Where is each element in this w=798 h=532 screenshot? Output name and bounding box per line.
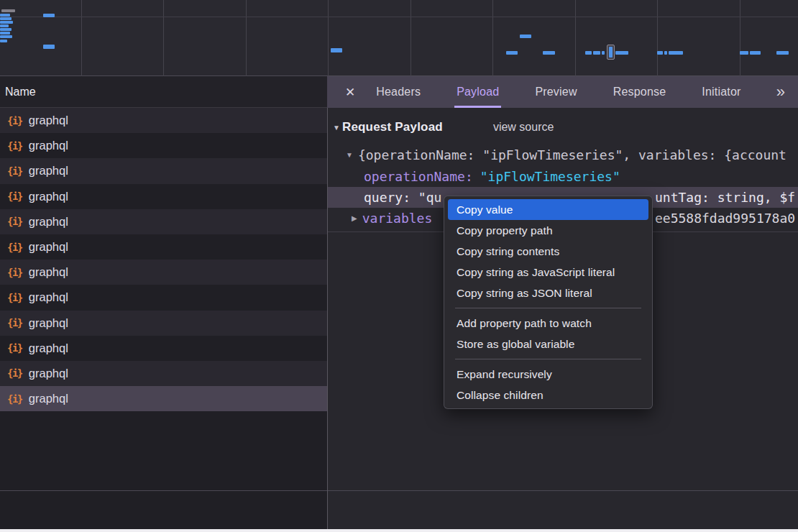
chevron-double-right-icon[interactable]: » bbox=[776, 84, 785, 100]
waterfall-bar bbox=[0, 24, 9, 27]
payload-operationname-row[interactable]: operationName: "ipFlowTimeseries" bbox=[328, 166, 798, 187]
context-menu-divider bbox=[455, 308, 641, 308]
payload-root-preview: {operationName: "ipFlowTimeseries", vari… bbox=[358, 147, 786, 162]
timeline-hline bbox=[0, 17, 798, 17]
request-name-label: graphql bbox=[29, 240, 68, 254]
triangle-down-icon[interactable]: ▼ bbox=[346, 151, 353, 159]
json-braces-icon: {i} bbox=[7, 342, 22, 354]
context-menu-item[interactable]: Add property path to watch bbox=[448, 313, 648, 334]
tab-response[interactable]: Response bbox=[611, 76, 669, 108]
waterfall-bar bbox=[520, 35, 531, 38]
timeline-gridline bbox=[246, 0, 247, 76]
property-key: variables bbox=[362, 211, 433, 226]
network-request-row[interactable]: {i}graphql bbox=[0, 234, 327, 260]
waterfall-bar bbox=[0, 17, 12, 20]
detail-tabs: HeadersPayloadPreviewResponseInitiator bbox=[374, 76, 774, 108]
network-request-row[interactable]: {i}graphql bbox=[0, 184, 327, 209]
context-menu-item[interactable]: Expand recursively bbox=[448, 364, 648, 385]
network-request-row[interactable]: {i}graphql bbox=[0, 285, 327, 310]
request-name-label: graphql bbox=[29, 392, 68, 405]
network-table-name-header[interactable]: Name bbox=[0, 76, 327, 108]
request-payload-title: Request Payload bbox=[342, 120, 443, 134]
tab-initiator[interactable]: Initiator bbox=[700, 76, 743, 108]
timeline-gridline bbox=[657, 0, 658, 76]
waterfall-bar bbox=[657, 51, 663, 55]
request-name-label: graphql bbox=[29, 367, 68, 380]
waterfall-bar bbox=[776, 51, 789, 55]
waterfall-bar bbox=[585, 51, 592, 55]
context-menu-item[interactable]: Copy property path bbox=[448, 220, 648, 241]
tab-preview[interactable]: Preview bbox=[533, 76, 579, 108]
timeline-gridline bbox=[492, 0, 493, 76]
window-bottom-edge bbox=[0, 529, 798, 532]
network-request-row[interactable]: {i}graphql bbox=[0, 133, 327, 158]
context-menu-item[interactable]: Copy string as JSON literal bbox=[448, 283, 648, 303]
network-request-row[interactable]: {i}graphql bbox=[0, 108, 327, 133]
close-icon[interactable]: ✕ bbox=[345, 85, 355, 100]
waterfall-bar bbox=[1, 9, 15, 12]
json-braces-icon: {i} bbox=[7, 140, 22, 152]
network-request-row[interactable]: {i}graphql bbox=[0, 311, 327, 336]
json-braces-icon: {i} bbox=[7, 115, 22, 127]
json-braces-icon: {i} bbox=[7, 317, 22, 329]
network-request-row[interactable]: {i}graphql bbox=[0, 260, 327, 285]
network-request-row[interactable]: {i}graphql bbox=[0, 386, 327, 411]
context-menu-item[interactable]: Store as global variable bbox=[448, 334, 648, 354]
waterfall-bar bbox=[0, 40, 7, 42]
request-name-label: graphql bbox=[29, 190, 68, 203]
json-braces-icon: {i} bbox=[7, 191, 22, 202]
waterfall-bar bbox=[609, 47, 613, 58]
context-menu-item[interactable]: Copy string contents bbox=[448, 241, 648, 262]
waterfall-bar bbox=[0, 35, 12, 38]
property-value-continued: untTag: string, $f bbox=[655, 187, 795, 208]
waterfall-bar bbox=[0, 32, 10, 35]
waterfall-bar bbox=[0, 28, 12, 31]
timeline-gridline bbox=[328, 0, 329, 76]
waterfall-bar bbox=[543, 51, 555, 55]
timeline-gridline bbox=[740, 0, 740, 76]
panel-bottom-divider bbox=[0, 490, 798, 491]
devtools-window: Name ✕ HeadersPayloadPreviewResponseInit… bbox=[0, 0, 798, 532]
panel-split-divider[interactable] bbox=[327, 108, 328, 529]
property-key: operationName: bbox=[364, 169, 473, 184]
waterfall-bar bbox=[0, 21, 13, 24]
timeline-gridline bbox=[411, 0, 411, 76]
waterfall-bar bbox=[740, 51, 748, 55]
network-request-row[interactable]: {i}graphql bbox=[0, 209, 327, 234]
network-request-row[interactable]: {i}graphql bbox=[0, 158, 327, 183]
network-request-row[interactable]: {i}graphql bbox=[0, 361, 327, 386]
json-braces-icon: {i} bbox=[7, 242, 22, 253]
network-request-list: {i}graphql{i}graphql{i}graphql{i}graphql… bbox=[0, 108, 327, 529]
timeline-gridline bbox=[81, 0, 82, 76]
waterfall-bar bbox=[669, 51, 683, 55]
detail-tabbar: ✕ HeadersPayloadPreviewResponseInitiator… bbox=[327, 76, 798, 108]
network-overview-timeline[interactable] bbox=[0, 0, 798, 76]
request-name-label: graphql bbox=[29, 139, 68, 152]
waterfall-bar bbox=[331, 48, 342, 52]
waterfall-bar bbox=[615, 51, 628, 55]
network-request-row[interactable]: {i}graphql bbox=[0, 336, 327, 361]
waterfall-bar bbox=[43, 14, 55, 17]
request-name-label: graphql bbox=[29, 215, 68, 229]
request-payload-header[interactable]: ▼ Request Payload view source bbox=[328, 118, 554, 137]
waterfall-bar bbox=[506, 51, 518, 55]
tab-headers[interactable]: Headers bbox=[374, 76, 423, 108]
triangle-right-icon[interactable]: ▶ bbox=[352, 214, 357, 222]
json-braces-icon: {i} bbox=[7, 216, 22, 227]
request-name-label: graphql bbox=[29, 316, 68, 330]
tab-payload[interactable]: Payload bbox=[454, 76, 501, 108]
view-source-link[interactable]: view source bbox=[493, 121, 554, 134]
property-key-value: query: "qu bbox=[328, 190, 441, 205]
timeline-gridline bbox=[575, 0, 576, 76]
context-menu-item[interactable]: Collapse children bbox=[448, 385, 648, 405]
json-braces-icon: {i} bbox=[7, 367, 22, 379]
request-name-label: graphql bbox=[29, 114, 68, 127]
json-braces-icon: {i} bbox=[7, 165, 22, 177]
context-menu-item[interactable]: Copy value bbox=[448, 199, 648, 220]
payload-root-row[interactable]: ▼ {operationName: "ipFlowTimeseries", va… bbox=[328, 145, 798, 165]
json-braces-icon: {i} bbox=[7, 292, 22, 303]
triangle-down-icon: ▼ bbox=[333, 124, 340, 132]
context-menu-item[interactable]: Copy string as JavaScript literal bbox=[448, 262, 648, 283]
request-name-label: graphql bbox=[29, 164, 68, 178]
context-menu-divider bbox=[455, 359, 641, 359]
